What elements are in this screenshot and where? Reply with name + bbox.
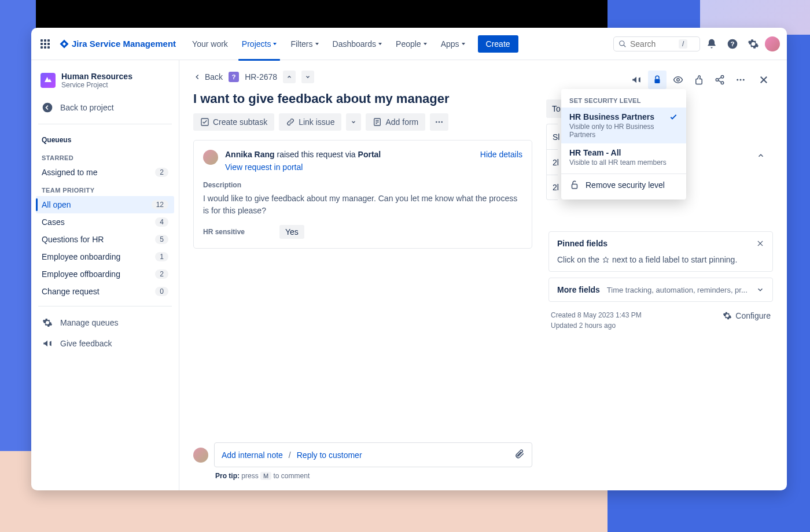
search-shortcut: / (679, 39, 687, 49)
subtask-icon (200, 117, 209, 127)
more-fields-title: More fields (557, 285, 600, 294)
more-horizontal-icon (435, 117, 444, 127)
issue-title[interactable]: I want to give feedback about my manager (193, 91, 532, 106)
nav-your-work[interactable]: Your work (186, 35, 234, 53)
close-icon[interactable] (754, 71, 773, 89)
meta-area: Created 8 May 2023 1:43 PM Updated 2 hou… (548, 308, 773, 333)
nav-apps[interactable]: Apps (435, 35, 471, 53)
link-issue-dropdown[interactable] (346, 113, 361, 131)
view-request-link[interactable]: View request in portal (225, 162, 473, 172)
feedback-icon[interactable] (627, 71, 646, 89)
add-form-button[interactable]: Add form (366, 113, 425, 131)
queue-cases[interactable]: Cases 4 (36, 213, 174, 231)
add-internal-note-link[interactable]: Add internal note (222, 450, 283, 460)
gear-icon (42, 317, 53, 328)
manage-queues[interactable]: Manage queues (36, 312, 174, 333)
remove-security-level[interactable]: Remove security level (561, 173, 686, 196)
search-icon (618, 40, 627, 48)
created-at: Created 8 May 2023 1:43 PM (551, 311, 642, 319)
configure-label: Configure (735, 311, 771, 320)
svg-point-14 (677, 79, 680, 82)
svg-point-17 (721, 82, 724, 84)
add-form-label: Add form (385, 117, 418, 127)
search-field[interactable] (630, 39, 675, 49)
queue-change-request[interactable]: Change request 0 (36, 283, 174, 300)
frame: Jira Service Management Your work Projec… (0, 0, 810, 532)
queue-label: Questions for HR (42, 235, 104, 244)
svg-point-15 (721, 76, 724, 79)
security-level-dropdown: SET SECURITY LEVEL HR Business Partners … (561, 89, 686, 200)
project-type: Service Project (61, 81, 132, 89)
check-icon (669, 112, 678, 124)
queues-heading: Queueus (36, 130, 174, 149)
watch-icon[interactable] (669, 71, 687, 89)
share-icon[interactable] (710, 71, 729, 89)
create-button[interactable]: Create (478, 35, 518, 53)
attachment-icon[interactable] (514, 449, 525, 461)
settings-icon[interactable] (744, 35, 763, 53)
right-column: To Sl 2l 2l SET SECURITY LEVEL HR Busine… (546, 60, 787, 490)
help-icon[interactable]: ? (723, 35, 742, 53)
search-input[interactable]: / (613, 36, 700, 51)
queue-questions-for-hr[interactable]: Questions for HR 5 (36, 231, 174, 248)
prev-issue-button[interactable] (283, 71, 296, 83)
more-fields-panel[interactable]: More fields Time tracking, automation, r… (548, 278, 773, 302)
pinned-fields-header[interactable]: Pinned fields (549, 232, 772, 255)
nav-projects[interactable]: Projects (236, 35, 283, 53)
like-icon[interactable] (690, 71, 708, 89)
nav-filters[interactable]: Filters (285, 35, 324, 53)
description-label: Description (203, 181, 522, 189)
queue-count: 1 (155, 252, 168, 261)
notifications-icon[interactable] (702, 35, 721, 53)
details-chevron[interactable] (757, 152, 765, 161)
create-subtask-label: Create subtask (213, 117, 267, 127)
more-actions-button[interactable] (430, 113, 448, 131)
more-icon[interactable] (731, 71, 750, 89)
queue-count: 0 (155, 287, 168, 296)
divider (38, 124, 172, 124)
hide-details-link[interactable]: Hide details (480, 150, 522, 159)
option-desc: Visible only to HR Business Partners (569, 123, 664, 139)
queue-label: Change request (42, 287, 100, 296)
breadcrumb-back[interactable]: Back (193, 72, 223, 82)
pinned-fields-hint: Click on the next to a field label to st… (549, 255, 772, 271)
queue-label: Assigned to me (42, 168, 98, 177)
nav-dashboards[interactable]: Dashboards (327, 35, 388, 53)
give-feedback-label: Give feedback (60, 339, 112, 348)
queue-assigned-to-me[interactable]: Assigned to me 2 (36, 164, 174, 181)
chevron-down-icon (462, 43, 465, 45)
close-icon[interactable] (756, 239, 764, 247)
link-issue-button[interactable]: Link issue (279, 113, 341, 131)
app-switcher-icon[interactable] (38, 37, 52, 51)
give-feedback[interactable]: Give feedback (36, 333, 174, 354)
configure-link[interactable]: Configure (723, 311, 771, 320)
queue-label: All open (42, 200, 71, 209)
nav-people[interactable]: People (390, 35, 433, 53)
reply-to-customer-link[interactable]: Reply to customer (297, 450, 362, 460)
chevron-down-icon (424, 43, 427, 45)
queue-employee-onboarding[interactable]: Employee onboarding 1 (36, 248, 174, 265)
queue-label: Employee offboarding (42, 269, 120, 279)
back-to-project[interactable]: Back to project (36, 97, 174, 118)
security-option-hr-business-partners[interactable]: HR Business Partners Visible only to HR … (561, 108, 686, 143)
breadcrumb: Back ? HR-2678 (193, 71, 532, 83)
queue-all-open[interactable]: All open 12 (36, 196, 174, 213)
starred-subheading: STARRED (36, 149, 174, 164)
reply-box[interactable]: Add internal note / Reply to customer (214, 442, 532, 467)
panel-row[interactable]: Sl (546, 124, 558, 149)
svg-point-11 (439, 121, 440, 123)
issue-key[interactable]: HR-2678 (245, 72, 277, 82)
updated-at: Updated 2 hours ago (551, 322, 642, 330)
link-icon (286, 117, 295, 127)
logo[interactable]: Jira Service Management (59, 39, 176, 49)
security-option-hr-team-all[interactable]: HR Team - All Visible to all HR team mem… (561, 143, 686, 171)
topbar: Jira Service Management Your work Projec… (31, 28, 787, 60)
queue-employee-offboarding[interactable]: Employee offboarding 2 (36, 265, 174, 283)
create-subtask-button[interactable]: Create subtask (193, 113, 274, 131)
user-avatar[interactable] (765, 36, 780, 51)
security-lock-icon[interactable] (648, 71, 667, 89)
next-issue-button[interactable] (301, 71, 314, 83)
reply-row: Add internal note / Reply to customer (193, 442, 532, 467)
option-name: HR Team - All (569, 148, 667, 157)
current-user-avatar (193, 448, 208, 463)
